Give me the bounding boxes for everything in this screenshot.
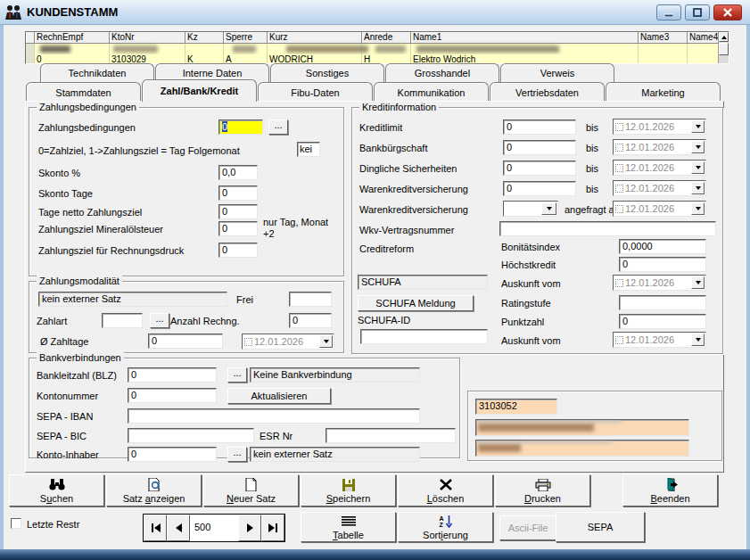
kontonummer-field[interactable]: 0: [128, 388, 217, 403]
tab-vertriebsdaten[interactable]: Vertriebsdaten: [490, 82, 605, 102]
chevron-down-icon[interactable]: [691, 161, 705, 174]
grid-scrollbar[interactable]: [718, 32, 729, 64]
warenkredit-date-picker[interactable]: 12.01.2026: [613, 180, 706, 196]
wkv-combo[interactable]: [503, 201, 558, 217]
close-button[interactable]: [713, 4, 742, 21]
skonto-field[interactable]: 0,0: [218, 165, 258, 180]
hoechstkredit-field[interactable]: 0: [619, 257, 706, 272]
bis-label: bis: [586, 143, 598, 153]
chevron-down-icon[interactable]: [319, 335, 333, 348]
minimize-button[interactable]: [656, 4, 681, 21]
anzahl-rechng-field[interactable]: 0: [289, 313, 332, 328]
zahlart-field[interactable]: [102, 313, 143, 328]
chevron-down-icon[interactable]: [691, 120, 705, 133]
konto-inhaber-field[interactable]: 0: [128, 447, 217, 462]
tab-verweis[interactable]: Verweis: [500, 63, 614, 82]
ratingstufe-field[interactable]: [619, 295, 706, 310]
tab-grosshandel[interactable]: Grosshandel: [385, 63, 499, 82]
iban-field[interactable]: [128, 408, 420, 424]
col-rechnempf[interactable]: RechnEmpf: [35, 32, 110, 44]
scrollbar-thumb[interactable]: [719, 43, 729, 55]
kreditlimit-date-picker[interactable]: 12.01.2026: [613, 119, 706, 135]
konto-inhaber-browse-button[interactable]: ...: [227, 447, 247, 462]
schufa-id-field[interactable]: [360, 329, 488, 344]
loeschen-button[interactable]: Löschen: [398, 474, 493, 506]
zahlungsbedingungen-browse-button[interactable]: ...: [268, 119, 288, 135]
restore-button[interactable]: [685, 4, 710, 21]
sortierung-button[interactable]: AZ Sortierung: [398, 512, 493, 542]
bonitaetsindex-field[interactable]: 0,0000: [619, 239, 706, 254]
chevron-down-icon[interactable]: [691, 334, 705, 346]
zahlungsbedingungen-field[interactable]: 0: [218, 119, 263, 135]
neuer-satz-button[interactable]: Neuer Satz: [203, 474, 299, 506]
chevron-down-icon[interactable]: [691, 182, 705, 194]
col-anrede[interactable]: Anrede: [362, 32, 411, 44]
beenden-button[interactable]: Beenden: [622, 474, 718, 506]
bankbuergschaft-field[interactable]: 0: [503, 140, 576, 155]
angefragt-date-picker[interactable]: 12.01.2026: [613, 201, 706, 217]
sepa-button[interactable]: SEPA: [556, 512, 645, 542]
tabelle-button[interactable]: Tabelle: [301, 512, 396, 542]
externer-satz-field[interactable]: kein externer Satz: [38, 292, 227, 307]
schufa-meldung-button[interactable]: SCHUFA Meldung: [358, 295, 474, 311]
next-record-button[interactable]: [238, 515, 261, 541]
bankbuergschaft-date-picker[interactable]: 12.01.2026: [613, 139, 706, 155]
kei-field[interactable]: kei: [297, 142, 320, 157]
drucken-button[interactable]: Drucken: [495, 474, 590, 506]
esr-field[interactable]: [326, 428, 456, 443]
auskunft2-date-picker[interactable]: 12.01.2026: [613, 332, 706, 348]
blz-field[interactable]: 0: [128, 367, 217, 383]
chevron-down-icon[interactable]: [691, 276, 705, 289]
warenkredit-field[interactable]: 0: [503, 181, 576, 196]
col-kurz[interactable]: Kurz: [268, 32, 362, 44]
col-kz[interactable]: Kz: [185, 32, 224, 44]
col-ktonr[interactable]: KtoNr: [110, 32, 185, 44]
rechnungsdruck-field[interactable]: 0: [218, 243, 258, 258]
satz-anzeigen-button[interactable]: Satz anzeigen: [106, 474, 202, 506]
punktzahl-field[interactable]: 0: [619, 314, 706, 329]
last-record-button[interactable]: [261, 515, 284, 541]
redacted-text: [416, 45, 559, 53]
tab-stammdaten[interactable]: Stammdaten: [26, 82, 141, 102]
mineraloelsteuer-field[interactable]: 0: [218, 221, 258, 236]
chevron-down-icon[interactable]: [691, 202, 705, 215]
wkv-vertragsnummer-field[interactable]: [499, 221, 716, 236]
aktualisieren-button[interactable]: Aktualisieren: [227, 388, 331, 404]
sicherheiten-date-picker[interactable]: 12.01.2026: [613, 160, 706, 176]
col-name1[interactable]: Name1: [411, 32, 639, 44]
previous-record-button[interactable]: [167, 515, 190, 541]
first-record-button[interactable]: [144, 515, 167, 541]
zahltage-field[interactable]: 0: [148, 334, 223, 349]
button-label: Beenden: [650, 493, 689, 504]
auskunft-date-picker[interactable]: 12.01.2026: [613, 275, 706, 291]
zahlart-browse-button[interactable]: ...: [150, 313, 169, 328]
chevron-down-icon[interactable]: [691, 141, 705, 153]
tab-zahl-bank-kredit[interactable]: Zahl/Bank/Kredit: [142, 79, 257, 102]
bic-field[interactable]: [128, 428, 254, 443]
zahlziel-hint: 0=Zahlziel, 1->Zahlungsziel = Tag Folgem…: [38, 145, 240, 156]
blz-browse-button[interactable]: ...: [227, 367, 247, 383]
scroll-up-icon[interactable]: [719, 32, 729, 42]
suchen-button[interactable]: Suchen: [9, 474, 104, 506]
tab-marketing[interactable]: Marketing: [606, 82, 721, 102]
col-name3[interactable]: Name3: [639, 32, 688, 44]
speichern-button[interactable]: Speichern: [301, 474, 396, 506]
table-row[interactable]: [26, 44, 729, 54]
col-name4[interactable]: Name4: [688, 32, 720, 44]
tab-fibu-daten[interactable]: Fibu-Daten: [258, 82, 373, 102]
col-sperre[interactable]: Sperre: [224, 32, 268, 44]
record-count-field[interactable]: 500: [190, 515, 238, 541]
letzte-restr-checkbox[interactable]: [11, 518, 21, 529]
tab-technikdaten[interactable]: Technikdaten: [40, 63, 154, 82]
last-record-icon: [268, 523, 275, 532]
tab-sonstiges[interactable]: Sonstiges: [270, 63, 384, 82]
tage-netto-field[interactable]: 0: [218, 204, 258, 219]
skonto-tage-field[interactable]: 0: [218, 185, 258, 201]
sicherheiten-field[interactable]: 0: [503, 161, 576, 176]
kreditlimit-field[interactable]: 0: [503, 119, 576, 135]
frei-field[interactable]: [289, 292, 332, 307]
tab-kommunikation[interactable]: Kommunikation: [374, 82, 489, 102]
zahltage-date-picker[interactable]: 12.01.2026: [242, 334, 334, 350]
chevron-down-icon[interactable]: [541, 202, 556, 215]
bis-label: bis: [586, 163, 598, 174]
